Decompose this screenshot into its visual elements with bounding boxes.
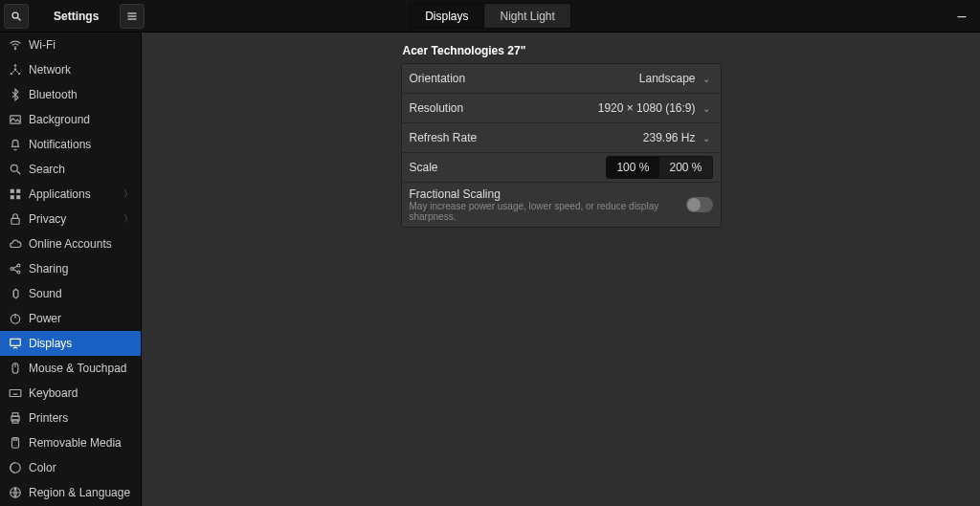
sidebar-item-wifi[interactable]: Wi-Fi <box>0 33 141 57</box>
svg-rect-14 <box>16 189 20 193</box>
sidebar-item-label: Region & Language <box>29 486 130 499</box>
sidebar-item-privacy[interactable]: Privacy〉 <box>0 207 141 231</box>
sidebar-item-label: Network <box>29 63 71 77</box>
lock-icon <box>8 211 23 227</box>
svg-line-1 <box>18 17 21 20</box>
sidebar-item-network[interactable]: Network <box>0 57 141 82</box>
usb-icon <box>8 435 23 451</box>
sidebar-item-label: Sound <box>29 287 62 300</box>
scale-segmented: 100 %200 % <box>606 156 712 179</box>
svg-rect-17 <box>11 218 19 224</box>
svg-rect-16 <box>16 195 20 199</box>
svg-rect-28 <box>10 390 21 397</box>
sidebar-item-label: Mouse & Touchpad <box>29 362 127 375</box>
search-icon <box>8 162 23 177</box>
sidebar-item-online-accounts[interactable]: Online Accounts <box>0 231 141 256</box>
sidebar-item-removable[interactable]: Removable Media <box>0 430 141 455</box>
main-content: Acer Technologies 27" Orientation Landsc… <box>142 33 980 506</box>
keyboard-icon <box>8 385 23 401</box>
refresh-label: Refresh Rate <box>410 131 478 144</box>
resolution-row[interactable]: Resolution 1920 × 1080 (16:9) ⌄ <box>402 94 721 123</box>
sidebar-item-region[interactable]: Region & Language <box>0 480 141 505</box>
sidebar-item-applications[interactable]: Applications〉 <box>0 182 141 207</box>
bluetooth-icon <box>8 87 23 102</box>
globe-icon <box>8 485 23 500</box>
sidebar-item-label: Displays <box>29 337 72 350</box>
network-icon <box>8 62 23 77</box>
sidebar-item-label: Privacy <box>29 212 66 226</box>
sidebar-item-label: Power <box>29 312 61 325</box>
display-name: Acer Technologies 27" <box>403 44 722 57</box>
sidebar-item-power[interactable]: Power <box>0 306 141 331</box>
switch-knob <box>687 198 701 211</box>
svg-rect-37 <box>12 438 19 449</box>
scale-label: Scale <box>410 161 438 174</box>
svg-rect-35 <box>12 413 18 417</box>
svg-point-0 <box>12 12 18 18</box>
svg-point-11 <box>11 165 17 171</box>
sidebar-item-notifications[interactable]: Notifications <box>0 132 141 157</box>
sidebar-item-label: Notifications <box>29 138 91 151</box>
sidebar-item-label: Printers <box>29 411 68 425</box>
svg-rect-15 <box>11 195 14 199</box>
sidebar-item-label: Removable Media <box>29 436 122 450</box>
menu-button[interactable] <box>120 4 145 29</box>
sidebar-item-keyboard[interactable]: Keyboard <box>0 381 141 406</box>
chevron-down-icon: ⌄ <box>700 103 713 114</box>
sidebar-item-color[interactable]: Color <box>0 455 141 480</box>
sidebar-item-label: Online Accounts <box>29 237 112 251</box>
sidebar-item-background[interactable]: Background <box>0 107 141 132</box>
fractional-sub: May increase power usage, lower speed, o… <box>410 201 686 222</box>
sound-icon <box>8 286 23 301</box>
share-icon <box>8 261 23 276</box>
tab-displays[interactable]: Displays <box>409 3 484 29</box>
fractional-switch[interactable] <box>686 197 713 212</box>
sidebar-item-bluetooth[interactable]: Bluetooth <box>0 82 141 107</box>
power-icon <box>8 311 23 326</box>
refresh-value: 239.96 Hz <box>643 131 696 144</box>
display-settings-panel: Orientation Landscape ⌄ Resolution 1920 … <box>401 63 722 228</box>
chevron-down-icon: ⌄ <box>700 74 713 84</box>
svg-line-12 <box>17 171 21 175</box>
display-icon <box>8 336 23 351</box>
sidebar-item-label: Sharing <box>29 262 68 275</box>
orientation-label: Orientation <box>410 72 466 85</box>
bell-icon <box>8 137 23 152</box>
scale-option-100[interactable]: 100 % <box>607 157 659 178</box>
chevron-right-icon: 〉 <box>123 212 133 226</box>
sidebar-item-displays[interactable]: Displays <box>0 331 141 356</box>
color-icon <box>8 460 23 475</box>
refresh-row[interactable]: Refresh Rate 239.96 Hz ⌄ <box>402 123 721 153</box>
search-icon <box>11 11 22 22</box>
svg-rect-38 <box>13 438 17 440</box>
sidebar: Wi-FiNetworkBluetoothBackgroundNotificat… <box>0 33 142 506</box>
svg-rect-23 <box>11 339 21 345</box>
window-title: Settings <box>54 10 99 23</box>
sidebar-item-sound[interactable]: Sound <box>0 281 141 306</box>
cloud-icon <box>8 236 23 252</box>
tab-night-light[interactable]: Night Light <box>484 3 570 29</box>
svg-rect-13 <box>11 189 14 193</box>
scale-row: Scale 100 %200 % <box>402 153 721 183</box>
sidebar-item-mouse[interactable]: Mouse & Touchpad <box>0 356 141 381</box>
scale-option-200[interactable]: 200 % <box>659 157 711 178</box>
sidebar-item-label: Color <box>29 461 56 474</box>
resolution-value: 1920 × 1080 (16:9) <box>598 101 696 115</box>
sidebar-item-search[interactable]: Search <box>0 157 141 182</box>
mouse-icon <box>8 361 23 376</box>
resolution-label: Resolution <box>410 101 464 115</box>
hamburger-icon <box>126 11 138 22</box>
minimize-icon: – <box>958 8 967 25</box>
sidebar-item-printers[interactable]: Printers <box>0 406 141 430</box>
header-bar: Settings Displays Night Light – <box>0 0 980 33</box>
sidebar-item-label: Applications <box>29 187 91 201</box>
header-tabs: Displays Night Light <box>409 3 571 29</box>
fractional-row: Fractional Scaling May increase power us… <box>402 183 721 227</box>
background-icon <box>8 112 23 127</box>
minimize-button[interactable]: – <box>949 4 974 29</box>
sidebar-item-sharing[interactable]: Sharing <box>0 256 141 281</box>
svg-point-5 <box>14 49 15 50</box>
search-button[interactable] <box>4 4 29 29</box>
svg-point-9 <box>14 64 16 66</box>
orientation-row[interactable]: Orientation Landscape ⌄ <box>402 64 721 94</box>
